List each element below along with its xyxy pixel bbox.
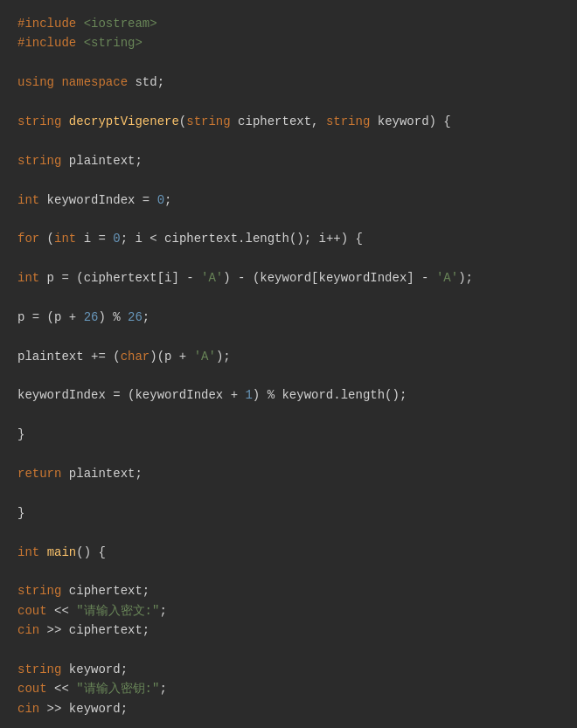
code-container: #include <iostream> #include <string> us… — [17, 14, 560, 728]
line-string-keyword: string keyword; — [17, 660, 560, 679]
line-include2: #include <string> — [17, 33, 560, 52]
line-int-keyword-index: int keywordIndex = 0; — [17, 191, 560, 210]
line-cin-cipher: cin >> ciphertext; — [17, 621, 560, 640]
line-func-close: } — [17, 503, 560, 523]
line-cout-cipher: cout << "请输入密文:"; — [17, 601, 560, 621]
line-cout-keyword: cout << "请输入密钥:"; — [17, 679, 560, 698]
line-p-mod: p = (p + 26) % 26; — [17, 308, 560, 327]
line-cin-keyword: cin >> keyword; — [17, 699, 560, 718]
line-for-close: } — [17, 425, 560, 444]
line-include1: #include <iostream> — [17, 14, 560, 33]
line-string-plaintext: string plaintext; — [17, 151, 560, 170]
line-for: for (int i = 0; i < ciphertext.length();… — [17, 229, 560, 248]
line-string-ciphertext: string ciphertext; — [17, 581, 560, 600]
line-return-plaintext: return plaintext; — [17, 464, 560, 483]
line-using: using namespace std; — [17, 73, 560, 92]
line-func-decl: string decryptVigenere(string ciphertext… — [17, 112, 560, 131]
line-main-decl: int main() { — [17, 543, 560, 562]
line-plaintext-append: plaintext += (char)(p + 'A'); — [17, 347, 560, 366]
line-int-p: int p = (ciphertext[i] - 'A') - (keyword… — [17, 268, 560, 288]
line-keyword-index-update: keywordIndex = (keywordIndex + 1) % keyw… — [17, 385, 560, 405]
